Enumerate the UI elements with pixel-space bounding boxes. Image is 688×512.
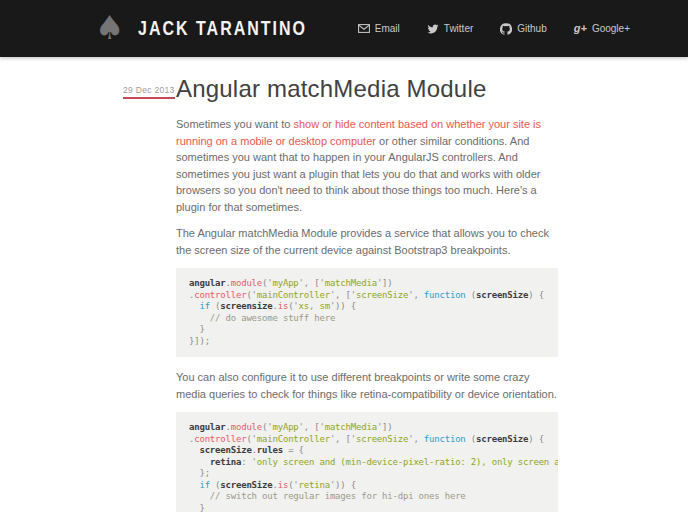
code-line: }; bbox=[189, 468, 545, 480]
post-title: Angular matchMedia Module bbox=[176, 75, 558, 103]
github-icon bbox=[500, 23, 512, 35]
post-date: 29 Dec 2013 bbox=[123, 85, 175, 99]
nav-link-email[interactable]: Email bbox=[358, 24, 400, 34]
nav-link-googleplus[interactable]: g+ Google+ bbox=[574, 23, 630, 34]
spade-icon: ♠ bbox=[95, 11, 125, 44]
nav-label: Email bbox=[375, 24, 400, 34]
code-line: retina: 'only screen and (min-device-pix… bbox=[189, 457, 545, 469]
article: 29 Dec 2013 Angular matchMedia Module So… bbox=[0, 57, 558, 512]
nav-label: Google+ bbox=[592, 24, 630, 34]
code-block-2: angular.module('myApp', ['matchMedia']).… bbox=[176, 412, 558, 512]
code-line: // switch out regular images for hi-dpi … bbox=[189, 491, 545, 503]
code-line: screenSize.rules = { bbox=[189, 445, 545, 457]
code-line: angular.module('myApp', ['matchMedia']) bbox=[189, 278, 545, 290]
paragraph-1: Sometimes you want to show or hide conte… bbox=[176, 116, 558, 215]
twitter-icon bbox=[427, 23, 439, 35]
page: ♠ JACK TARANTINO Email Twitter Github bbox=[0, 0, 688, 512]
nav-link-twitter[interactable]: Twitter bbox=[427, 23, 473, 35]
email-icon bbox=[358, 24, 370, 33]
googleplus-icon: g+ bbox=[574, 23, 587, 34]
paragraph-text: Sometimes you want to bbox=[176, 118, 293, 130]
site-logo[interactable]: ♠ JACK TARANTINO bbox=[95, 14, 349, 44]
code-line: if (screenSize.is('retina')) { bbox=[189, 480, 545, 492]
site-title: JACK TARANTINO bbox=[138, 17, 307, 40]
nav-label: Twitter bbox=[444, 24, 473, 34]
code-line: } bbox=[189, 324, 545, 336]
code-block-1: angular.module('myApp', ['matchMedia']).… bbox=[176, 268, 558, 357]
code-line: .controller('mainController', ['screenSi… bbox=[189, 434, 545, 446]
paragraph-2: The Angular matchMedia Module provides a… bbox=[176, 225, 558, 258]
code-line: .controller('mainController', ['screenSi… bbox=[189, 290, 545, 302]
code-line: } bbox=[189, 503, 545, 512]
nav-link-github[interactable]: Github bbox=[500, 23, 546, 35]
code-line: }]); bbox=[189, 336, 545, 348]
code-line: // do awesome stuff here bbox=[189, 313, 545, 325]
paragraph-3: You can also configure it to use differe… bbox=[176, 369, 558, 402]
site-header: ♠ JACK TARANTINO Email Twitter Github bbox=[0, 0, 688, 57]
header-nav: Email Twitter Github g+ Google+ bbox=[358, 23, 630, 35]
code-line: angular.module('myApp', ['matchMedia']) bbox=[189, 422, 545, 434]
nav-label: Github bbox=[517, 24, 546, 34]
code-line: if (screensize.is('xs, sm')) { bbox=[189, 301, 545, 313]
